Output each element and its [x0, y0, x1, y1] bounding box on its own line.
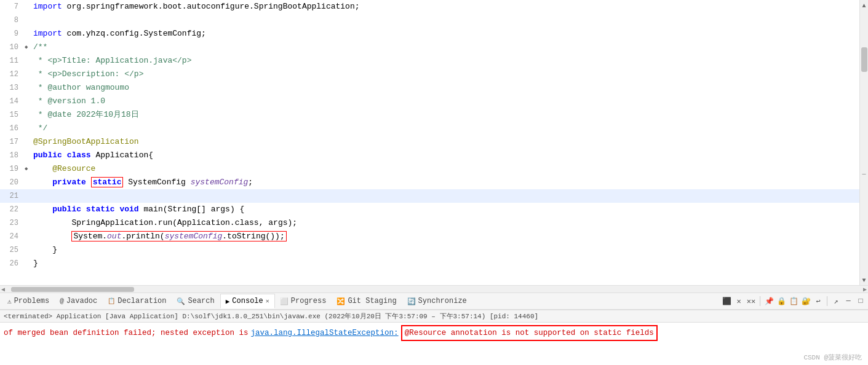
- maximize-view-icon[interactable]: □: [856, 296, 866, 306]
- horizontal-scrollbar[interactable]: ◀ ▶: [0, 285, 868, 292]
- code-line-17: 17 @SpringBootApplication: [0, 135, 859, 149]
- code-content: 7 import org.springframework.boot.autoco…: [0, 0, 859, 285]
- git-staging-icon: 🔀: [336, 297, 345, 305]
- code-line-21: 21: [0, 189, 859, 203]
- progress-icon: ⬜: [280, 297, 289, 305]
- pin-icon[interactable]: 📌: [764, 296, 774, 306]
- code-line-7: 7 import org.springframework.boot.autoco…: [0, 0, 859, 14]
- stop-icon[interactable]: ⬛: [722, 296, 731, 306]
- tab-git-staging[interactable]: 🔀 Git Staging: [332, 294, 402, 308]
- word-wrap-icon[interactable]: ↩: [813, 296, 823, 306]
- code-line-14: 14 * @version 1.0: [0, 95, 859, 108]
- code-line-10: 10 ◆ /**: [0, 41, 859, 54]
- problems-icon: ⚠: [7, 297, 12, 305]
- console-icon: ▶: [226, 297, 230, 305]
- code-line-11: 11 * <p>Title: Application.java</p>: [0, 54, 859, 68]
- open-external-icon[interactable]: ↗: [831, 296, 841, 306]
- code-line-22: 22 public static void main(String[] args…: [0, 203, 859, 216]
- tab-problems[interactable]: ⚠ Problems: [2, 294, 55, 308]
- h-scroll-left[interactable]: ◀: [1, 286, 5, 293]
- tab-search[interactable]: 🔍 Search: [172, 294, 220, 308]
- code-line-20: 20 private static SystemConfig systemCon…: [0, 176, 859, 189]
- synchronize-icon: 🔄: [407, 297, 416, 305]
- tab-bar-toolbar: ⬛ ✕ ✕✕ 📌 🔒 📋 🔐 ↩ ↗ — □: [722, 296, 866, 306]
- tab-declaration[interactable]: 📋 Declaration: [103, 294, 172, 308]
- code-line-24: 24 System.out.println(systemConfig.toStr…: [0, 230, 859, 243]
- code-line-12: 12 * <p>Description: </p>: [0, 68, 859, 81]
- watermark-container: CSDN @菠菜很好吃: [0, 351, 868, 365]
- code-editor: 7 import org.springframework.boot.autoco…: [0, 0, 868, 285]
- console-area: <terminated> Application [Java Applicati…: [0, 310, 868, 365]
- watermark: CSDN @菠菜很好吃: [803, 354, 862, 361]
- copy-icon[interactable]: 📋: [789, 296, 798, 306]
- line-num-7: 7: [0, 0, 25, 14]
- h-scrollbar-thumb[interactable]: [11, 287, 134, 292]
- remove-all-icon[interactable]: ✕✕: [746, 296, 756, 306]
- error-highlight-box: @Resource annotation is not supported on…: [401, 325, 658, 341]
- code-line-19: 19 ◆ @Resource: [0, 162, 859, 176]
- code-line-9: 9 import com.yhzq.config.SystemConfig;: [0, 27, 859, 41]
- code-line-15: 15 * @date 2022年10月18日: [0, 108, 859, 122]
- tab-synchronize[interactable]: 🔄 Synchronize: [402, 294, 472, 308]
- code-lines: 7 import org.springframework.boot.autoco…: [0, 0, 859, 270]
- code-line-18: 18 public class Application{: [0, 149, 859, 162]
- code-line-25: 25 }: [0, 243, 859, 257]
- tab-javadoc[interactable]: @ Javadoc: [55, 294, 103, 308]
- console-content: of merged bean definition failed; nested…: [0, 323, 868, 351]
- javadoc-icon: @: [60, 297, 64, 305]
- tab-console[interactable]: ▶ Console ✕: [220, 294, 275, 308]
- separator2: [827, 296, 827, 306]
- h-scroll-right[interactable]: ▶: [863, 286, 867, 293]
- declaration-icon: 📋: [108, 297, 115, 305]
- scroll-indicator: —: [862, 171, 866, 178]
- remove-icon[interactable]: ✕: [734, 296, 744, 306]
- code-line-8: 8: [0, 14, 859, 27]
- code-line-23: 23 SpringApplication.run(Application.cla…: [0, 216, 859, 230]
- console-line-1: of merged bean definition failed; nested…: [4, 325, 864, 341]
- bottom-tab-bar: ⚠ Problems @ Javadoc 📋 Declaration 🔍 Sea…: [0, 292, 868, 310]
- vertical-scrollbar[interactable]: ▲ — ▼: [859, 0, 868, 285]
- error-link[interactable]: java.lang.IllegalStateException:: [251, 327, 399, 339]
- console-tab-close[interactable]: ✕: [266, 297, 269, 305]
- scroll-lock-icon[interactable]: 🔐: [801, 296, 811, 306]
- code-line-16: 16 */: [0, 122, 859, 135]
- tab-progress[interactable]: ⬜ Progress: [275, 294, 332, 308]
- minimize-view-icon[interactable]: —: [843, 296, 853, 306]
- search-tab-icon: 🔍: [177, 297, 185, 305]
- console-header: <terminated> Application [Java Applicati…: [0, 310, 868, 323]
- code-line-26: 26 }: [0, 257, 859, 270]
- lock-icon[interactable]: 🔒: [776, 296, 786, 306]
- scroll-down-arrow[interactable]: ▼: [862, 277, 866, 284]
- scroll-up-arrow[interactable]: ▲: [862, 2, 866, 9]
- scrollbar-thumb[interactable]: [861, 47, 867, 72]
- separator: [760, 296, 760, 306]
- code-line-13: 13 * @author wangmoumo: [0, 81, 859, 95]
